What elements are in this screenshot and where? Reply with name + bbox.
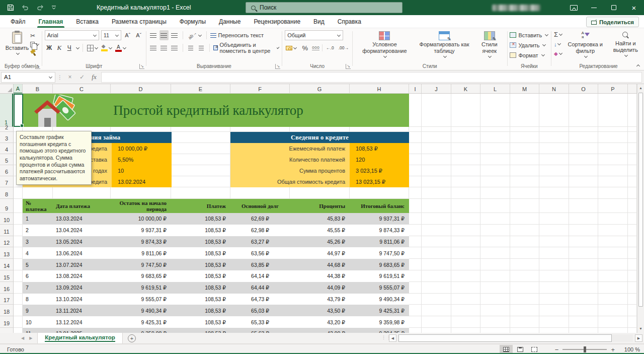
font-color-button[interactable]: А (114, 43, 127, 53)
column-header-partial[interactable] (628, 84, 637, 94)
view-page-break-button[interactable] (528, 345, 541, 354)
delete-cells-button[interactable]: Удалить (510, 40, 546, 50)
orientation-button[interactable]: ab→ (187, 30, 203, 40)
row-header-16[interactable]: 16 (0, 282, 13, 294)
view-page-layout-button[interactable] (514, 345, 527, 354)
fill-button[interactable]: ↓ (554, 40, 562, 48)
row-header-20[interactable]: 20 (0, 328, 13, 333)
row-header-18[interactable]: 18 (0, 305, 13, 316)
conditional-formatting-button[interactable]: Условное форматирование (355, 30, 414, 58)
row-header-17[interactable]: 17 (0, 294, 13, 305)
row-header-6[interactable]: 6 (0, 165, 13, 176)
sort-filter-button[interactable]: Сортировка и фильтр (565, 30, 606, 58)
format-painter-button[interactable] (30, 49, 39, 56)
menu-tab[interactable]: Рецензирование (247, 15, 307, 28)
zoom-in-button[interactable]: + (611, 346, 615, 353)
prev-sheet-icon[interactable]: ◀ (21, 336, 24, 340)
percent-style-button[interactable]: % (300, 43, 309, 53)
column-header-H[interactable]: H (350, 84, 409, 94)
format-cells-button[interactable]: Формат (510, 50, 544, 60)
increase-decimal-button[interactable]: ←.0 (325, 43, 335, 53)
row-header-15[interactable]: 15 (0, 270, 13, 282)
menu-tab[interactable]: Главная (32, 15, 70, 28)
format-as-table-button[interactable]: Форматировать как таблицу (414, 30, 474, 58)
align-top-button[interactable] (149, 30, 158, 40)
merge-center-button[interactable]: Объединить и поместить в центре (213, 43, 280, 53)
scroll-up-icon[interactable]: ▲ (637, 84, 644, 92)
find-select-button[interactable]: Найти и выделить (608, 30, 643, 57)
accounting-format-button[interactable] (285, 43, 298, 53)
menu-tab[interactable]: Вставка (69, 15, 105, 28)
column-header-A[interactable]: A (14, 84, 23, 94)
column-header-K[interactable]: K (451, 84, 480, 94)
column-header-J[interactable]: J (422, 84, 451, 94)
cell-styles-button[interactable]: Стили ячеек (474, 30, 505, 58)
close-button[interactable]: × (624, 0, 644, 15)
select-all-corner[interactable] (0, 84, 14, 94)
column-header-F[interactable]: F (230, 84, 290, 94)
paste-button[interactable]: Вставить (4, 30, 30, 55)
maximize-button[interactable] (604, 0, 624, 15)
next-sheet-icon[interactable]: ▶ (29, 336, 32, 340)
zoom-out-button[interactable]: − (555, 346, 559, 353)
bold-button[interactable]: Ж (45, 43, 54, 53)
increase-font-button[interactable]: Аˆ (123, 30, 132, 40)
share-button[interactable]: Поделиться (586, 17, 639, 27)
column-header-M[interactable]: M (510, 84, 539, 94)
menu-tab[interactable]: Справка (331, 15, 368, 28)
menu-tab[interactable]: Файл (4, 15, 32, 28)
minimize-button[interactable] (584, 0, 604, 15)
font-size-select[interactable]: 11 (101, 30, 121, 40)
dialog-launcher-icon[interactable]: ↘ (275, 64, 280, 69)
menu-tab[interactable]: Данные (212, 15, 247, 28)
column-header-P[interactable]: P (598, 84, 628, 94)
formula-bar-handle[interactable]: ⋮ (57, 75, 63, 80)
column-header-G[interactable]: G (290, 84, 350, 94)
column-header-E[interactable]: E (171, 84, 230, 94)
fill-color-button[interactable] (100, 43, 113, 53)
column-header-C[interactable]: C (53, 84, 111, 94)
customize-qat-icon[interactable] (51, 5, 56, 10)
zoom-slider[interactable] (562, 349, 607, 350)
save-icon[interactable] (7, 4, 14, 11)
decrease-indent-button[interactable] (186, 43, 195, 53)
scroll-down-icon[interactable]: ▼ (637, 325, 644, 332)
horizontal-scroll-thumb[interactable] (398, 334, 612, 342)
cells-canvas[interactable]: Простой кредитный калькулятор Значения з… (14, 94, 637, 333)
row-header-3[interactable]: 3 (0, 132, 13, 143)
borders-button[interactable] (86, 43, 99, 53)
hscroll-right-icon[interactable]: ▶ (635, 334, 642, 342)
dialog-launcher-icon[interactable]: ↘ (35, 64, 40, 69)
row-header-8[interactable]: 8 (0, 187, 13, 199)
name-box[interactable]: A1 (1, 72, 55, 83)
sheet-tab-active[interactable]: Кредитный калькулятор (37, 333, 123, 343)
decrease-decimal-button[interactable]: .00→ (338, 43, 350, 53)
align-middle-button[interactable] (159, 30, 169, 40)
column-header-I[interactable]: I (409, 84, 422, 94)
row-header-13[interactable]: 13 (0, 247, 13, 259)
comma-style-button[interactable]: 000 (312, 45, 319, 50)
column-header-D[interactable]: D (111, 84, 171, 94)
row-header-12[interactable]: 12 (0, 236, 13, 248)
search-box[interactable]: Поиск (246, 2, 403, 13)
number-format-select[interactable]: Общий (285, 30, 343, 40)
formula-input[interactable] (101, 72, 642, 83)
decrease-font-button[interactable]: Аˇ (134, 30, 143, 40)
dialog-launcher-icon[interactable]: ↘ (139, 64, 144, 69)
column-header-B[interactable]: B (23, 84, 53, 94)
horizontal-scrollbar[interactable] (397, 334, 633, 342)
italic-button[interactable]: К (55, 43, 64, 53)
row-header-7[interactable]: 7 (0, 176, 13, 187)
underline-button[interactable]: Ч (65, 43, 74, 53)
zoom-slider-thumb[interactable] (584, 346, 586, 352)
menu-tab[interactable]: Формулы (173, 15, 212, 28)
cancel-entry-icon[interactable]: × (65, 74, 75, 81)
cut-button[interactable]: ✂ (30, 32, 39, 39)
add-sheet-icon[interactable]: + (128, 334, 136, 342)
column-header-O[interactable]: O (569, 84, 598, 94)
insert-cells-button[interactable]: Вставить (510, 30, 548, 40)
insert-function-icon[interactable]: fx (89, 73, 99, 81)
undo-icon[interactable] (21, 5, 29, 11)
align-left-button[interactable] (149, 43, 158, 53)
row-header-11[interactable]: 11 (0, 225, 13, 236)
